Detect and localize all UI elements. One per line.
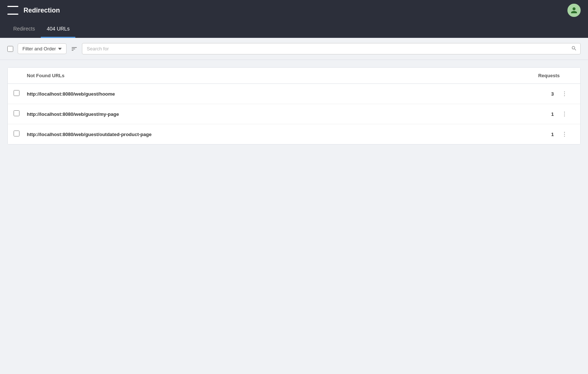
svg-point-5: [564, 115, 565, 116]
row-checkbox-col: [14, 90, 27, 97]
row-checkbox-col: [14, 131, 27, 138]
toolbar: Filter and Order: [0, 38, 588, 60]
row-1-requests: 3: [501, 91, 560, 97]
table-header: Not Found URLs Requests: [8, 68, 580, 84]
row-1-url: http://localhost:8080/web/guest/hoome: [27, 91, 501, 97]
search-icon: [571, 45, 577, 51]
svg-point-3: [564, 112, 565, 113]
table-row: http://localhost:8080/web/guest/hoome 3: [8, 84, 580, 104]
table-row: http://localhost:8080/web/guest/my-page …: [8, 104, 580, 124]
row-2-checkbox[interactable]: [14, 110, 19, 116]
filter-order-label: Filter and Order: [22, 46, 56, 51]
svg-point-8: [564, 136, 565, 136]
avatar[interactable]: [567, 4, 581, 17]
search-input[interactable]: [82, 43, 581, 54]
sort-arrows-icon: [71, 46, 78, 52]
row-3-checkbox[interactable]: [14, 131, 19, 136]
more-vertical-icon: [561, 111, 568, 117]
filter-order-button[interactable]: Filter and Order: [18, 43, 67, 54]
row-checkbox-col: [14, 110, 27, 118]
select-all-checkbox[interactable]: [7, 46, 13, 52]
sort-icon[interactable]: [71, 46, 78, 52]
sidebar-toggle-button[interactable]: [7, 6, 18, 15]
app-title: Redirection: [24, 7, 60, 14]
search-button[interactable]: [571, 45, 577, 52]
svg-point-2: [564, 95, 565, 96]
search-container: [82, 43, 581, 54]
tab-404-urls[interactable]: 404 URLs: [41, 21, 75, 38]
header-requests-col: Requests: [501, 73, 560, 78]
svg-point-7: [564, 134, 565, 135]
404-urls-table: Not Found URLs Requests http://localhost…: [7, 67, 581, 145]
row-3-menu-button[interactable]: [560, 129, 569, 139]
row-2-actions: [560, 109, 574, 119]
row-3-url: http://localhost:8080/web/guest/outdated…: [27, 132, 501, 137]
header-url-col: Not Found URLs: [27, 73, 501, 78]
svg-point-0: [564, 92, 565, 92]
row-2-menu-button[interactable]: [560, 109, 569, 119]
svg-point-4: [564, 114, 565, 114]
header: Redirection: [0, 0, 588, 21]
svg-point-1: [564, 93, 565, 94]
row-1-checkbox[interactable]: [14, 90, 19, 96]
svg-point-6: [564, 132, 565, 133]
chevron-down-icon: [58, 47, 62, 51]
more-vertical-icon: [561, 131, 568, 138]
row-3-requests: 1: [501, 132, 560, 137]
row-1-actions: [560, 89, 574, 99]
row-2-url: http://localhost:8080/web/guest/my-page: [27, 111, 501, 117]
user-icon: [570, 7, 578, 14]
table-row: http://localhost:8080/web/guest/outdated…: [8, 124, 580, 144]
row-1-menu-button[interactable]: [560, 89, 569, 99]
header-left: Redirection: [7, 6, 60, 15]
tab-redirects[interactable]: Redirects: [7, 21, 41, 38]
row-2-requests: 1: [501, 111, 560, 117]
row-3-actions: [560, 129, 574, 139]
more-vertical-icon: [561, 90, 568, 97]
tabs-bar: Redirects 404 URLs: [0, 21, 588, 38]
